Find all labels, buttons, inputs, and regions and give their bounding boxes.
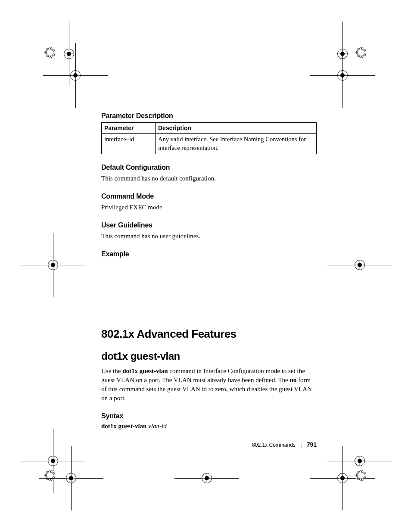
syntax-text: dot1x guest-vlan vlan-id [101, 423, 317, 430]
heading-syntax: Syntax [101, 412, 317, 420]
rosette-icon [354, 46, 368, 59]
registration-mark-icon [327, 60, 358, 90]
registration-mark-icon [38, 250, 68, 280]
heading-advanced-features: 802.1x Advanced Features [101, 327, 317, 341]
syntax-argument: vlan-id [148, 423, 167, 429]
registration-mark-icon [60, 60, 90, 90]
rosette-icon [43, 469, 57, 482]
footer-page-number: 791 [307, 441, 317, 448]
text-fragment-bold: dot1x guest-vlan [122, 367, 168, 374]
text-guest-vlan-description: Use the dot1x guest-vlan command in Inte… [101, 367, 317, 403]
heading-parameter-description: Parameter Description [101, 112, 317, 120]
heading-command-mode: Command Mode [101, 193, 317, 200]
heading-dot1x-guest-vlan: dot1x guest-vlan [101, 350, 317, 362]
text-fragment-bold: no [290, 376, 297, 383]
rosette-icon [354, 469, 368, 482]
text-user-guidelines: This command has no user guidelines. [101, 232, 317, 241]
table-header-description: Description [156, 123, 317, 134]
table-cell-param: interface–id [102, 134, 156, 154]
heading-example: Example [101, 250, 317, 258]
registration-mark-icon [192, 463, 222, 493]
table-header-parameter: Parameter [102, 123, 156, 134]
page-footer: 802.1x Commands | 791 [101, 441, 317, 448]
heading-user-guidelines: User Guidelines [101, 221, 317, 229]
text-default-configuration: This command has no default configuratio… [101, 174, 317, 183]
syntax-command: dot1x guest-vlan [101, 423, 148, 429]
registration-mark-icon [56, 463, 86, 493]
table-cell-desc: Any valid interface. See Interface Namin… [156, 134, 317, 154]
registration-mark-icon [327, 463, 358, 493]
text-command-mode: Privileged EXEC mode [101, 203, 317, 212]
table-row: interface–id Any valid interface. See In… [102, 134, 317, 154]
footer-section-label: 802.1x Commands [252, 442, 296, 448]
footer-separator: | [300, 442, 302, 448]
parameter-table: Parameter Description interface–id Any v… [101, 122, 317, 154]
text-fragment: Use the [101, 367, 122, 374]
heading-default-configuration: Default Configuration [101, 164, 317, 171]
table-header-row: Parameter Description [102, 123, 317, 134]
page-body: Parameter Description Parameter Descript… [101, 112, 317, 430]
registration-mark-icon [345, 250, 375, 280]
